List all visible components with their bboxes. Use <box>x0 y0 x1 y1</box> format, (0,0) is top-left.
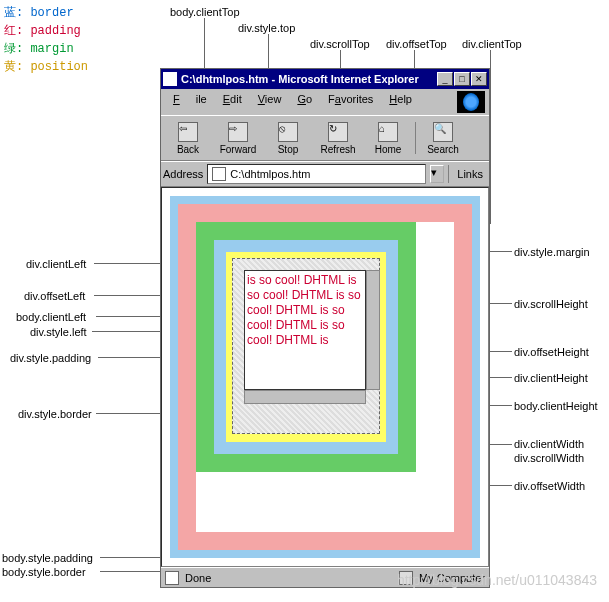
watermark: http://blog.csdn.net/u011043843 <box>397 572 597 588</box>
label-div-offsetHeight: div.offsetHeight <box>514 346 589 358</box>
label-div-clientWidth: div.clientWidth <box>514 438 584 450</box>
label-div-offsetWidth: div.offsetWidth <box>514 480 585 492</box>
search-button[interactable]: 🔍Search <box>418 118 468 158</box>
label-div-style-top: div.style.top <box>238 22 295 34</box>
ie-page-icon <box>163 72 177 86</box>
address-dropdown-button[interactable]: ▾ <box>430 165 444 183</box>
stop-icon: ⦸ <box>278 122 298 142</box>
minimize-button[interactable]: _ <box>437 72 453 86</box>
legend-yellow-en: position <box>30 60 88 74</box>
address-value: C:\dhtmlpos.htm <box>230 168 310 180</box>
label-div-scrollWidth: div.scrollWidth <box>514 452 584 464</box>
label-div-clientHeight: div.clientHeight <box>514 372 588 384</box>
menu-help[interactable]: Help <box>381 91 420 113</box>
viewport: is so cool! DHTML is so cool! DHTML is s… <box>161 187 489 567</box>
refresh-button[interactable]: ↻Refresh <box>313 118 363 158</box>
leader <box>490 50 491 224</box>
legend: 蓝: border 红: padding 绿: margin 黄: positi… <box>4 4 88 76</box>
label-div-style-padding: div.style.padding <box>10 352 91 364</box>
legend-green-en: margin <box>30 42 73 56</box>
back-icon: ⇦ <box>178 122 198 142</box>
status-text: Done <box>185 572 211 584</box>
label-body-style-padding: body.style.padding <box>2 552 93 564</box>
leader <box>96 316 170 317</box>
search-icon: 🔍 <box>433 122 453 142</box>
done-icon <box>165 571 179 585</box>
body-content-layer: is so cool! DHTML is so cool! DHTML is s… <box>196 222 454 532</box>
toolbar-separator <box>415 122 416 154</box>
label-body-clientHeight: body.clientHeight <box>514 400 598 412</box>
label-div-clientLeft: div.clientLeft <box>26 258 86 270</box>
address-input[interactable]: C:\dhtmlpos.htm <box>207 164 426 184</box>
horizontal-scrollbar[interactable] <box>244 390 366 404</box>
address-label: Address <box>163 168 203 180</box>
label-div-offsetLeft: div.offsetLeft <box>24 290 85 302</box>
div-inner-text: is so cool! DHTML is so cool! DHTML is s… <box>247 273 361 347</box>
close-button[interactable]: ✕ <box>471 72 487 86</box>
ie-window: C:\dhtmlpos.htm - Microsoft Internet Exp… <box>160 68 490 588</box>
menu-file[interactable]: File <box>165 91 215 113</box>
back-button[interactable]: ⇦Back <box>163 118 213 158</box>
window-title: C:\dhtmlpos.htm - Microsoft Internet Exp… <box>181 73 437 85</box>
label-div-style-margin: div.style.margin <box>514 246 590 258</box>
refresh-icon: ↻ <box>328 122 348 142</box>
titlebar: C:\dhtmlpos.htm - Microsoft Internet Exp… <box>161 69 489 89</box>
label-body-clientLeft: body.clientLeft <box>16 311 86 323</box>
separator <box>448 165 449 183</box>
ie-logo-slot <box>457 91 485 113</box>
label-body-clientTop: body.clientTop <box>170 6 240 18</box>
home-button[interactable]: ⌂Home <box>363 118 413 158</box>
forward-button[interactable]: ⇨Forward <box>213 118 263 158</box>
label-div-clientTop: div.clientTop <box>462 38 522 50</box>
label-div-scrollHeight: div.scrollHeight <box>514 298 588 310</box>
label-body-style-border: body.style.border <box>2 566 86 578</box>
home-icon: ⌂ <box>378 122 398 142</box>
label-div-style-border: div.style.border <box>18 408 92 420</box>
menu-view[interactable]: View <box>250 91 290 113</box>
addressbar: Address C:\dhtmlpos.htm ▾ Links <box>161 161 489 187</box>
menu-favorites[interactable]: Favorites <box>320 91 381 113</box>
menu-go[interactable]: Go <box>289 91 320 113</box>
label-div-offsetTop: div.offsetTop <box>386 38 447 50</box>
legend-red-en: padding <box>30 24 80 38</box>
menu-edit[interactable]: Edit <box>215 91 250 113</box>
ie-logo-icon <box>463 93 479 111</box>
menubar: File Edit View Go Favorites Help <box>161 89 489 115</box>
toolbar: ⇦Back ⇨Forward ⦸Stop ↻Refresh ⌂Home 🔍Sea… <box>161 115 489 161</box>
legend-blue-en: border <box>30 6 73 20</box>
stop-button[interactable]: ⦸Stop <box>263 118 313 158</box>
label-div-style-left: div.style.left <box>30 326 87 338</box>
label-div-scrollTop: div.scrollTop <box>310 38 370 50</box>
page-icon <box>212 167 226 181</box>
maximize-button[interactable]: □ <box>454 72 470 86</box>
legend-green-cn: 绿: <box>4 42 30 56</box>
legend-blue-cn: 蓝: <box>4 6 30 20</box>
div-content: is so cool! DHTML is so cool! DHTML is s… <box>244 270 366 390</box>
forward-icon: ⇨ <box>228 122 248 142</box>
legend-yellow-cn: 黄: <box>4 60 30 74</box>
legend-red-cn: 红: <box>4 24 30 38</box>
links-button[interactable]: Links <box>453 166 487 182</box>
vertical-scrollbar[interactable] <box>366 270 380 390</box>
